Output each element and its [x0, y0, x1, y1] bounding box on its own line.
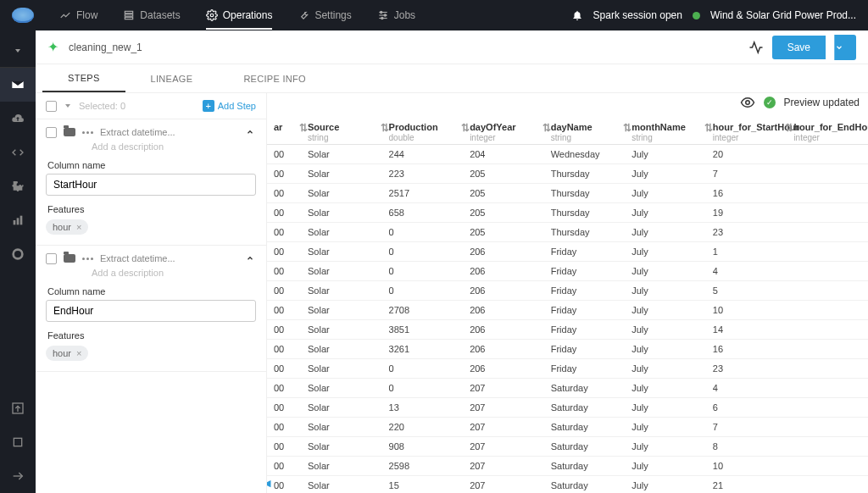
rail-upload[interactable]	[0, 102, 36, 136]
table-row[interactable]: 00Solar220207SaturdayJuly7	[267, 418, 868, 437]
step-checkbox[interactable]	[46, 253, 57, 264]
rail-settings[interactable]	[0, 237, 36, 271]
tab-recipe-info[interactable]: RECIPE INFO	[218, 64, 331, 92]
tab-steps[interactable]: STEPS	[42, 64, 125, 92]
column-name-input[interactable]	[46, 300, 256, 322]
column-header[interactable]: ar	[267, 117, 301, 145]
save-button[interactable]: Save	[772, 36, 826, 59]
table-cell: 658	[382, 203, 464, 223]
table-row[interactable]: 00Solar0205ThursdayJuly23	[267, 223, 868, 242]
collapse-step-button[interactable]	[244, 126, 256, 138]
drag-handle-icon[interactable]	[82, 131, 93, 134]
table-row[interactable]: 00Solar13207SaturdayJuly6	[267, 398, 868, 418]
table-cell: 3851	[382, 320, 464, 340]
tab-lineage[interactable]: LINEAGE	[125, 64, 219, 92]
visibility-toggle[interactable]	[740, 95, 755, 110]
column-name: dayName	[551, 122, 593, 132]
brand-logo[interactable]	[12, 8, 34, 23]
svg-point-13	[16, 252, 19, 256]
table-row[interactable]: 00Solar658205ThursdayJuly19	[267, 203, 868, 223]
table-cell: July	[625, 437, 706, 457]
table-cell: 205	[463, 223, 544, 242]
table-cell: July	[625, 320, 706, 340]
table-cell: 244	[382, 145, 464, 164]
table-row[interactable]: 00Solar2517205ThursdayJuly16	[267, 184, 868, 203]
table-row[interactable]: 00Solar244204WednesdayJuly20	[267, 145, 868, 164]
nav-jobs[interactable]: Jobs	[377, 9, 415, 21]
step-description[interactable]: Add a description	[92, 268, 256, 278]
column-header[interactable]: ⇅hour_for_StartHourinteger	[706, 117, 787, 145]
column-type: string	[632, 133, 699, 142]
bell-icon[interactable]	[571, 9, 583, 21]
sort-icon[interactable]: ⇅	[542, 122, 551, 134]
table-row[interactable]: 00Solar2598207SaturdayJuly10	[267, 457, 868, 476]
collapse-panel-handle[interactable]: ◀	[267, 476, 271, 490]
table-cell: 3261	[382, 340, 464, 359]
table-row[interactable]: 00Solar3851206FridayJuly14	[267, 320, 868, 340]
table-row[interactable]: 00Solar2708206FridayJuly10	[267, 301, 868, 320]
nav-settings[interactable]: Settings	[298, 9, 351, 21]
rail-dropdown[interactable]	[0, 34, 36, 68]
rail-next[interactable]	[0, 459, 36, 493]
sort-icon[interactable]: ⇅	[623, 122, 632, 134]
rail-chart[interactable]	[0, 203, 36, 237]
column-header[interactable]: ⇅dayNamestring	[544, 117, 626, 145]
column-header[interactable]: ⇅Productiondouble	[382, 117, 464, 145]
column-header[interactable]: ⇅monthNamestring	[625, 117, 706, 145]
table-cell: July	[625, 223, 706, 242]
sort-icon[interactable]: ⇅	[704, 122, 713, 134]
rail-import[interactable]	[0, 391, 36, 425]
sort-icon[interactable]: ⇅	[461, 122, 470, 134]
table-row[interactable]: 00Solar0206FridayJuly5	[267, 281, 868, 301]
save-dropdown-button[interactable]	[834, 35, 856, 60]
column-name-label: Column name	[47, 286, 256, 296]
table-cell	[787, 476, 868, 494]
nav-flow[interactable]: Flow	[59, 9, 97, 21]
column-header[interactable]: ⇅hour_for_EndHourinteger	[787, 117, 868, 145]
column-header[interactable]: ⇅Sourcestring	[301, 117, 382, 145]
nav-datasets[interactable]: Datasets	[123, 9, 180, 21]
select-all-checkbox[interactable]	[46, 101, 57, 112]
nav-operations[interactable]: Operations	[206, 9, 273, 21]
sort-icon[interactable]: ⇅	[785, 122, 793, 134]
sort-icon[interactable]: ⇅	[299, 122, 308, 134]
step-checkbox[interactable]	[46, 127, 57, 138]
table-row[interactable]: 00Solar908207SaturdayJuly8	[267, 437, 868, 457]
table-cell: 00	[267, 418, 301, 437]
chip-remove-icon[interactable]: ×	[76, 222, 81, 232]
table-cell: Thursday	[544, 203, 626, 223]
table-cell	[787, 457, 868, 476]
chip-remove-icon[interactable]: ×	[76, 348, 81, 358]
table-cell: 00	[267, 398, 301, 418]
rail-stop[interactable]	[0, 425, 36, 459]
table-row[interactable]: 00Solar0206FridayJuly23	[267, 359, 868, 379]
table-row[interactable]: 00Solar3261206FridayJuly16	[267, 340, 868, 359]
activity-icon[interactable]	[748, 40, 764, 55]
feature-chip[interactable]: hour×	[46, 219, 88, 235]
rail-code[interactable]	[0, 136, 36, 169]
table-row[interactable]: 00Solar15207SaturdayJuly21	[267, 476, 868, 494]
table-cell: 20	[706, 145, 787, 164]
feature-chip[interactable]: hour×	[46, 346, 88, 361]
rail-mail[interactable]	[0, 68, 36, 102]
table-cell	[787, 223, 868, 242]
table-cell: Solar	[301, 203, 382, 223]
table-row[interactable]: 00Solar223205ThursdayJuly7	[267, 164, 868, 184]
chevron-down-icon[interactable]	[65, 104, 70, 108]
rail-puzzle[interactable]	[0, 169, 36, 203]
session-status-text: Spark session open	[593, 9, 682, 21]
step-description[interactable]: Add a description	[92, 141, 256, 152]
column-header[interactable]: ⇅dayOfYearinteger	[463, 117, 544, 145]
add-step-button[interactable]: + Add Step	[203, 100, 256, 112]
sort-icon[interactable]: ⇅	[381, 122, 389, 134]
table-row[interactable]: 00Solar0206FridayJuly1	[267, 242, 868, 262]
table-cell: Solar	[301, 223, 382, 242]
table-row[interactable]: 00Solar0206FridayJuly4	[267, 262, 868, 281]
drag-handle-icon[interactable]	[82, 258, 93, 260]
table-row[interactable]: 00Solar0207SaturdayJuly4	[267, 379, 868, 398]
table-cell: 2517	[382, 184, 464, 203]
column-name-input[interactable]	[46, 174, 256, 196]
preview-status-text: Preview updated	[784, 97, 860, 108]
project-name[interactable]: Wind & Solar Grid Power Prod...	[710, 9, 856, 21]
collapse-step-button[interactable]	[244, 252, 256, 264]
